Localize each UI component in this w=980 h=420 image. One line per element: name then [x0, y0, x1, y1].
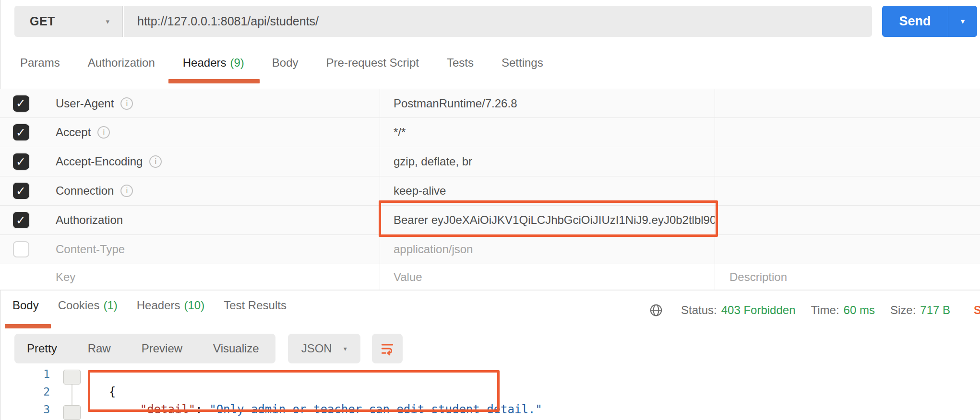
header-row-authorization: ✓ Authorization Bearer eyJ0eXAiOiJKV1QiL…: [0, 206, 980, 235]
response-headers-count-badge: (10): [184, 299, 204, 312]
send-caret-icon: ▾: [961, 18, 965, 25]
time-label: Time:: [811, 303, 839, 317]
headers-table: ✓ User-Agenti PostmanRuntime/7.26.8 ✓ Ac…: [0, 89, 980, 290]
key-cell[interactable]: Authorization: [42, 206, 380, 234]
value-cell[interactable]: application/json: [380, 235, 715, 264]
header-row-accept: ✓ Accepti */*: [0, 118, 980, 147]
value-placeholder-cell[interactable]: Value: [380, 264, 715, 290]
status-bar-divider: [962, 302, 962, 319]
status-pair: Status: 403 Forbidden: [681, 303, 796, 317]
cookies-count-badge: (1): [103, 299, 117, 312]
key-cell[interactable]: Connectioni: [42, 176, 380, 205]
tab-tests[interactable]: Tests: [447, 56, 474, 70]
value-cell[interactable]: gzip, deflate, br: [380, 147, 715, 176]
header-row-content-type: Content-Type application/json: [0, 235, 980, 264]
status-value: 403 Forbidden: [721, 303, 796, 317]
description-cell[interactable]: [715, 89, 980, 117]
send-button[interactable]: Send ▾: [882, 6, 977, 37]
response-body-editor: 1{ 2"detail": "Only admin or teacher can…: [0, 365, 980, 420]
row-checkbox[interactable]: ✓: [13, 183, 29, 199]
time-value: 60 ms: [844, 303, 875, 317]
tab-settings[interactable]: Settings: [502, 56, 543, 70]
value-cell[interactable]: keep-alive: [380, 176, 715, 205]
view-tab-pretty[interactable]: Pretty: [27, 342, 57, 355]
value-cell[interactable]: */*: [380, 118, 715, 147]
wrap-text-icon: [380, 341, 395, 356]
info-icon: i: [120, 185, 133, 197]
tab-response-headers[interactable]: Headers(10): [137, 299, 204, 312]
key-cell[interactable]: User-Agenti: [42, 89, 380, 117]
code-line-3: 3}: [0, 401, 980, 419]
code-line-1: 1{: [0, 365, 980, 383]
request-tabs: Params Authorization Headers(9) Body Pre…: [0, 37, 980, 89]
check-icon: ✓: [16, 185, 26, 197]
time-pair: Time: 60 ms: [811, 303, 875, 317]
format-caret-icon: ▾: [344, 345, 347, 352]
row-checkbox[interactable]: ✓: [13, 124, 29, 140]
key-cell[interactable]: Accepti: [42, 118, 380, 147]
tab-response-body[interactable]: Body: [12, 299, 39, 312]
row-checkbox[interactable]: ✓: [13, 212, 29, 228]
tab-pre-request-script[interactable]: Pre-request Script: [326, 56, 419, 70]
check-icon: ✓: [16, 156, 26, 168]
check-icon: ✓: [16, 97, 26, 109]
headers-count-badge: (9): [230, 56, 244, 69]
info-icon: i: [97, 126, 110, 139]
header-row-new: Key Value Description: [0, 264, 980, 290]
description-cell[interactable]: [715, 176, 980, 205]
tab-params[interactable]: Params: [20, 56, 60, 70]
tab-test-results[interactable]: Test Results: [224, 299, 287, 312]
tab-response-cookies[interactable]: Cookies(1): [58, 299, 118, 312]
description-cell[interactable]: [715, 235, 980, 264]
status-label: Status:: [681, 303, 717, 317]
header-row-accept-encoding: ✓ Accept-Encodingi gzip, deflate, br: [0, 147, 980, 176]
description-placeholder-cell[interactable]: Description: [715, 264, 980, 290]
method-caret-icon: ▾: [106, 18, 109, 25]
url-input[interactable]: http://127.0.0.1:8081/api/students/: [124, 6, 872, 37]
view-tab-visualize[interactable]: Visualize: [213, 342, 259, 355]
wrap-text-button[interactable]: [372, 334, 403, 363]
size-value: 717 B: [920, 303, 950, 317]
view-tab-raw[interactable]: Raw: [88, 342, 111, 355]
tab-headers[interactable]: Headers(9): [183, 56, 244, 70]
view-tab-preview[interactable]: Preview: [142, 342, 182, 355]
info-icon: i: [149, 155, 162, 168]
header-row-user-agent: ✓ User-Agenti PostmanRuntime/7.26.8: [0, 89, 980, 118]
view-switcher: Pretty Raw Preview Visualize: [14, 334, 275, 363]
info-icon: i: [120, 97, 133, 110]
save-response-button[interactable]: Sav: [974, 303, 980, 317]
response-status-bar: Status: 403 Forbidden Time: 60 ms Size: …: [649, 297, 980, 324]
tab-authorization[interactable]: Authorization: [88, 56, 155, 70]
response-header: Body Cookies(1) Headers(10) Test Results…: [0, 291, 980, 331]
description-cell[interactable]: [715, 147, 980, 176]
send-options-button[interactable]: ▾: [948, 6, 977, 37]
size-label: Size:: [890, 303, 916, 317]
key-placeholder-cell[interactable]: Key: [42, 264, 380, 290]
key-cell[interactable]: Accept-Encodingi: [42, 147, 380, 176]
method-label: GET: [30, 14, 55, 28]
row-checkbox[interactable]: ✓: [13, 153, 29, 170]
check-icon: ✓: [16, 214, 26, 226]
response-view-bar: Pretty Raw Preview Visualize JSON ▾: [14, 334, 403, 363]
row-checkbox[interactable]: ✓: [13, 95, 29, 112]
tab-body[interactable]: Body: [272, 56, 299, 70]
header-row-connection: ✓ Connectioni keep-alive: [0, 176, 980, 206]
method-selector[interactable]: GET ▾: [14, 6, 123, 37]
description-cell[interactable]: [715, 118, 980, 147]
row-checkbox[interactable]: [13, 241, 29, 257]
line-number: 2: [0, 383, 50, 401]
check-icon: ✓: [16, 127, 26, 139]
value-cell[interactable]: Bearer eyJ0eXAiOiJKV1QiLCJhbGciOiJIUzI1N…: [380, 206, 715, 234]
send-label[interactable]: Send: [882, 6, 948, 37]
line-number: 3: [0, 401, 50, 419]
globe-icon[interactable]: [649, 303, 663, 317]
description-cell[interactable]: [715, 206, 980, 234]
code-line-2: 2"detail": "Only admin or teacher can ed…: [0, 383, 980, 401]
size-pair: Size: 717 B: [890, 303, 950, 317]
key-cell[interactable]: Content-Type: [42, 235, 380, 264]
line-number: 1: [0, 365, 50, 383]
value-cell[interactable]: PostmanRuntime/7.26.8: [380, 89, 715, 117]
url-text: http://127.0.0.1:8081/api/students/: [137, 14, 319, 28]
response-tabs: Body Cookies(1) Headers(10) Test Results: [12, 299, 287, 312]
format-selector[interactable]: JSON ▾: [288, 334, 360, 363]
